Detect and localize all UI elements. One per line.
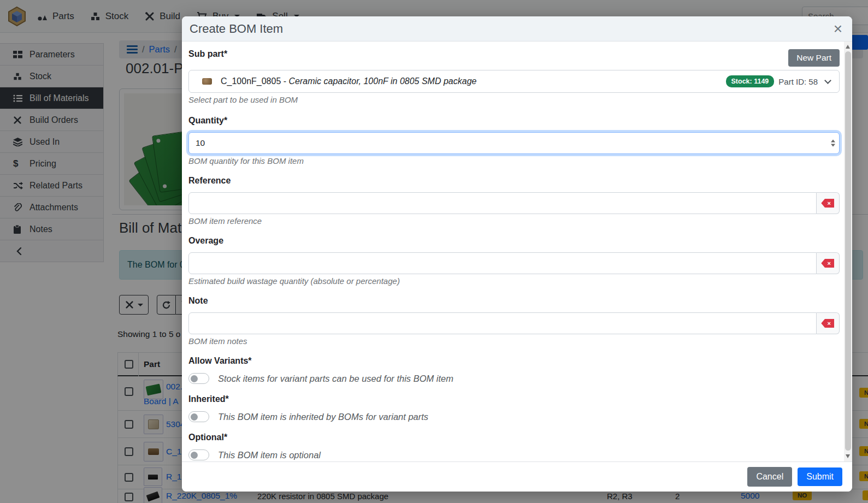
backspace-icon: × <box>821 199 834 208</box>
field-note: Note × BOM item notes <box>188 296 840 347</box>
chevron-down-icon <box>824 77 831 84</box>
allow-variants-label: Allow Variants* <box>188 356 840 368</box>
quantity-input[interactable] <box>188 132 840 154</box>
quantity-label: Quantity* <box>188 116 840 128</box>
modal-body: Sub part* New Part C_100nF_0805 - Cerami… <box>182 42 844 461</box>
stock-badge: Stock: 1149 <box>726 75 775 87</box>
field-inherited: Inherited* This BOM item is inherited by… <box>188 394 840 424</box>
quantity-help: BOM quantity for this BOM item <box>188 156 840 167</box>
field-optional: Optional* This BOM item is optional <box>188 433 840 461</box>
create-bom-item-modal: Create BOM Item × Sub part* New Part C_1… <box>182 16 852 492</box>
sub-part-label: Sub part* <box>188 49 227 61</box>
optional-help: This BOM item is optional <box>218 450 321 460</box>
field-quantity: Quantity* BOM quantity for this BOM item <box>188 116 840 167</box>
sub-part-select[interactable]: C_100nF_0805 - Ceramic capacitor, 100nF … <box>188 70 840 93</box>
close-icon[interactable]: × <box>834 21 842 37</box>
scroll-up-arrow[interactable] <box>846 45 850 49</box>
page: Parts Stock Build Buy <box>0 0 868 503</box>
clear-field-button[interactable]: × <box>817 252 840 274</box>
modal-title: Create BOM Item <box>190 22 283 36</box>
field-overage: Overage × Estimated build wastage quanti… <box>188 236 840 287</box>
reference-help: BOM item reference <box>188 216 840 227</box>
submit-button[interactable]: Submit <box>798 468 842 486</box>
optional-toggle[interactable] <box>188 449 209 460</box>
modal-footer: Cancel Submit <box>182 461 852 492</box>
number-spinner[interactable] <box>831 140 835 147</box>
allow-variants-toggle[interactable] <box>188 373 209 384</box>
field-allow-variants: Allow Variants* Stock items for variant … <box>188 356 840 386</box>
reference-label: Reference <box>188 176 840 188</box>
overage-help: Estimated build wastage quantity (absolu… <box>188 276 840 287</box>
note-label: Note <box>188 296 840 308</box>
scrollbar-thumb[interactable] <box>845 51 851 451</box>
reference-input[interactable] <box>188 192 817 214</box>
part-id-label: Part ID: 58 <box>778 77 818 86</box>
clear-field-button[interactable]: × <box>817 312 840 334</box>
inherited-help: This BOM item is inherited by BOMs for v… <box>218 412 428 422</box>
part-thumbnail <box>202 78 212 85</box>
cancel-button[interactable]: Cancel <box>747 467 792 487</box>
note-input[interactable] <box>188 312 817 334</box>
backspace-icon: × <box>821 319 834 328</box>
sub-part-description: Ceramic capacitor, 100nF in 0805 SMD pac… <box>289 76 477 86</box>
modal-header: Create BOM Item × <box>182 16 852 42</box>
scroll-down-arrow[interactable] <box>846 454 850 458</box>
sub-part-name: C_100nF_0805 <box>221 76 281 86</box>
overage-input[interactable] <box>188 252 817 274</box>
optional-label: Optional* <box>188 433 840 445</box>
field-reference: Reference × BOM item reference <box>188 176 840 227</box>
sub-part-help: Select part to be used in BOM <box>188 95 840 106</box>
allow-variants-help: Stock items for variant parts can be use… <box>218 374 453 384</box>
note-help: BOM item notes <box>188 336 840 347</box>
new-part-button[interactable]: New Part <box>788 49 840 67</box>
inherited-label: Inherited* <box>188 394 840 406</box>
modal-scrollbar[interactable] <box>844 42 852 461</box>
clear-field-button[interactable]: × <box>817 192 840 214</box>
overage-label: Overage <box>188 236 840 248</box>
inherited-toggle[interactable] <box>188 411 209 422</box>
field-sub-part: Sub part* New Part C_100nF_0805 - Cerami… <box>188 49 840 106</box>
backspace-icon: × <box>821 259 834 268</box>
